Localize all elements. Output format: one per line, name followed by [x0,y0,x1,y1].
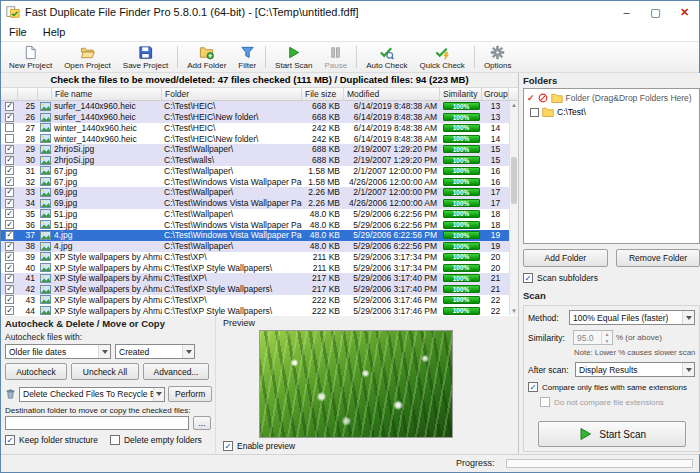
file-row[interactable]: ✓3651.jpgC:\Test\Windows Vista Wallpaper… [1,219,518,230]
row-checkbox[interactable]: ✓ [1,177,18,186]
minimize-button[interactable]: – [612,1,641,23]
row-checkbox[interactable]: ✓ [1,145,18,154]
row-checkbox[interactable]: ✓ [1,231,18,240]
autocheck-criteria-select[interactable]: Older file dates [5,344,111,359]
open-project-button[interactable]: Open Project [58,43,117,71]
uncheck-all-button[interactable]: Uncheck All [71,363,139,380]
row-checkbox[interactable]: ✓ [1,285,18,294]
row-checkbox[interactable]: ✓ [1,113,18,122]
menu-file[interactable]: File [1,24,35,40]
file-name-cell: XP Style wallpapers by AhmaD 003.jpg [52,252,162,262]
row-checkbox[interactable]: ✓ [1,102,18,111]
scrollbar-thumb[interactable] [511,157,517,204]
compare-extensions-checkbox[interactable]: ✓ [528,382,538,392]
similarity-spinner[interactable]: 95.0 ▲▼ [573,330,613,345]
chevron-down-icon[interactable] [153,388,164,401]
file-row[interactable]: ✓302hrjoSi.jpgC:\Test\walls\688 KB2/19/2… [1,155,518,166]
add-folder-panel-button[interactable]: Add Folder [523,249,608,267]
header-number-column[interactable] [18,88,38,100]
row-checkbox[interactable]: ✓ [1,306,18,315]
file-row[interactable]: ✓3267.jpgC:\Test\Windows Vista Wallpaper… [1,176,518,187]
add-folder-icon [199,45,214,60]
folder-item[interactable]: C:\Test\ [530,105,696,119]
header-group[interactable]: Group [482,88,509,100]
chevron-down-icon[interactable] [682,311,694,324]
file-row[interactable]: ✓3167.jpgC:\Test\Wallpaper\1.58 MB2/1/20… [1,166,518,177]
row-checkbox[interactable] [1,123,18,132]
row-checkbox[interactable]: ✓ [1,156,18,165]
maximize-button[interactable]: ▢ [641,1,670,23]
file-name-cell: XP Style wallpapers by AhmaD 003.jpg [52,263,162,273]
options-button[interactable]: Options [478,43,518,71]
action-select[interactable]: Delete Checked Files To Recycle Bin [19,387,165,402]
file-row[interactable]: 28winter_1440x960.heicC:\Test\HEIC\New f… [1,133,518,144]
row-checkbox[interactable]: ✓ [1,295,18,304]
destination-input[interactable] [5,416,189,430]
header-folder[interactable]: Folder [162,88,302,100]
row-checkbox[interactable]: ✓ [1,242,18,251]
browse-button[interactable]: ... [193,416,211,430]
advanced-button[interactable]: Advanced... [143,363,209,380]
scroll-down-icon[interactable]: ▼ [510,307,518,315]
close-button[interactable]: ✕ [670,1,699,23]
chevron-down-icon[interactable] [98,345,110,358]
autocheck-button[interactable]: Autocheck [5,363,67,380]
keep-structure-checkbox[interactable]: ✓ [5,435,15,445]
after-scan-select[interactable]: Display Results [575,362,695,377]
auto-check-button[interactable]: Auto Check [360,43,413,71]
perform-button[interactable]: Perform [168,386,212,402]
file-row[interactable]: ✓39XP Style wallpapers by AhmaD 003.jpgC… [1,252,518,263]
file-row[interactable]: ✓3469.jpgC:\Test\Windows Vista Wallpaper… [1,198,518,209]
row-checkbox[interactable]: ✓ [1,263,18,272]
autocheck-date-type-select[interactable]: Created [115,344,195,359]
file-row[interactable]: ✓42XP Style wallpapers by AhmaD 004.jpgC… [1,284,518,295]
start-scan-button[interactable]: Start Scan [538,421,686,447]
header-icon-column[interactable] [38,88,52,100]
folder-item-checkbox[interactable] [530,108,539,117]
row-checkbox[interactable]: ✓ [1,274,18,283]
chevron-down-icon[interactable] [182,345,194,358]
start-scan-toolbar-button[interactable]: Start Scan [269,43,318,71]
remove-folder-button[interactable]: Remove Folder [616,249,700,267]
header-file-name[interactable]: File name [52,88,162,100]
delete-empty-checkbox[interactable] [110,435,120,445]
row-checkbox[interactable]: ✓ [1,166,18,175]
chevron-down-icon[interactable] [682,363,694,376]
file-row[interactable]: ✓3551.jpgC:\Test\Wallpaper\48.0 KB5/29/2… [1,209,518,220]
add-folder-button[interactable]: Add Folder [181,43,232,71]
folders-list[interactable]: ✓ Folder (Drag&Drop Folders Here) C:\Tes… [523,88,700,244]
grid-scrollbar[interactable]: ▲ ▼ [509,101,518,315]
row-checkbox[interactable]: ✓ [1,252,18,261]
row-checkbox[interactable] [1,134,18,143]
header-checkbox-column[interactable] [1,88,18,100]
file-row[interactable]: 27winter_1440x960.heicC:\Test\HEIC\242 K… [1,123,518,134]
quick-check-button[interactable]: Quick Check [414,43,471,71]
file-row[interactable]: ✓3369.jpgC:\Test\Wallpaper\2.26 MB2/1/20… [1,187,518,198]
file-row[interactable]: ✓384.jpgC:\Test\Wallpaper\48.0 KB5/29/20… [1,241,518,252]
file-row[interactable]: ✓292hrjoSi.jpgC:\Test\Wallpaper\688 KB2/… [1,144,518,155]
file-row[interactable]: ✓25surfer_1440x960.heicC:\Test\HEIC\668 … [1,101,518,112]
scan-subfolders-checkbox[interactable]: ✓ [523,273,533,283]
row-checkbox[interactable]: ✓ [1,209,18,218]
filter-button[interactable]: Filter [232,43,262,71]
file-row[interactable]: ✓40XP Style wallpapers by AhmaD 003.jpgC… [1,262,518,273]
row-checkbox[interactable]: ✓ [1,188,18,197]
row-checkbox[interactable]: ✓ [1,199,18,208]
file-row[interactable]: ✓41XP Style wallpapers by AhmaD 004.jpgC… [1,273,518,284]
image-file-icon [38,145,52,154]
save-project-button[interactable]: Save Project [117,43,174,71]
scroll-up-icon[interactable]: ▲ [510,101,518,109]
row-checkbox[interactable]: ✓ [1,220,18,229]
header-similarity[interactable]: Similarity [440,88,482,100]
new-project-button[interactable]: New Project [3,43,58,71]
method-select[interactable]: 100% Equal Files (faster) [569,310,695,325]
header-modified[interactable]: Modified [344,88,440,100]
file-row[interactable]: ✓26surfer_1440x960.heicC:\Test\HEIC\New … [1,112,518,123]
spinner-arrows-icon[interactable]: ▲▼ [601,331,612,344]
file-row[interactable]: ✓374.jpgC:\Test\Windows Vista Wallpaper … [1,230,518,241]
menu-help[interactable]: Help [35,24,74,40]
file-row[interactable]: ✓44XP Style wallpapers by AhmaD 005.jpgC… [1,305,518,316]
file-row[interactable]: ✓43XP Style wallpapers by AhmaD 005.jpgC… [1,295,518,306]
enable-preview-checkbox[interactable]: ✓ [223,441,233,451]
header-file-size[interactable]: File size [302,88,344,100]
